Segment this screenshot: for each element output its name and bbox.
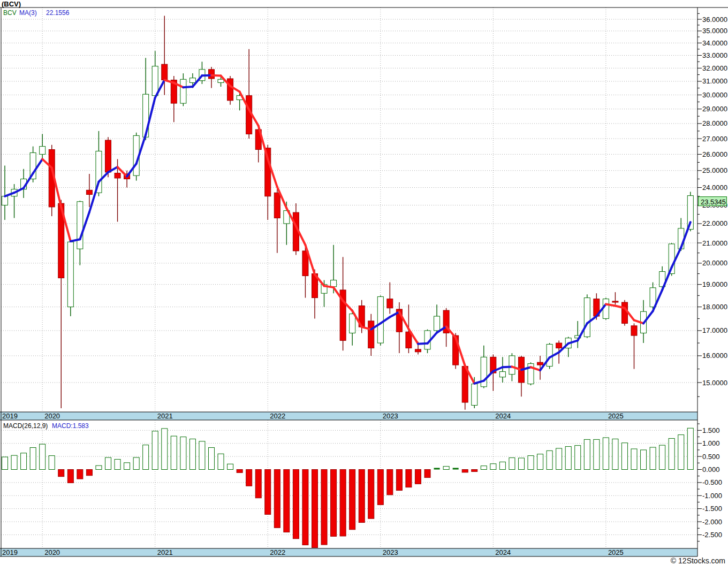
svg-text:24.0000: 24.0000 [702, 184, 727, 192]
svg-text:2019: 2019 [2, 548, 18, 556]
legend-ma-value: 22.1556 [46, 9, 69, 17]
svg-text:2020: 2020 [44, 548, 60, 556]
macd-histogram [2, 428, 694, 547]
svg-text:16.0000: 16.0000 [702, 352, 727, 360]
macd-indicator-label: MACD(26,12,9) [3, 422, 48, 430]
svg-text:-0.500: -0.500 [702, 478, 722, 486]
moving-average-line [5, 75, 691, 384]
svg-text:-2.500: -2.500 [702, 531, 722, 539]
svg-text:2022: 2022 [270, 412, 285, 420]
svg-text:2021: 2021 [157, 548, 173, 556]
svg-text:25.0000: 25.0000 [702, 166, 727, 174]
svg-text:-2.000: -2.000 [702, 518, 722, 526]
last-price-box: 23.5345 [699, 197, 727, 206]
svg-text:2020: 2020 [44, 412, 60, 420]
svg-text:35.0000: 35.0000 [702, 27, 727, 35]
candlestick-series [2, 16, 694, 410]
svg-text:19.0000: 19.0000 [702, 280, 727, 288]
svg-text:2024: 2024 [495, 548, 511, 556]
svg-text:2024: 2024 [495, 412, 511, 420]
svg-text:2023: 2023 [383, 412, 398, 420]
svg-text:2022: 2022 [270, 548, 285, 556]
svg-text:2019: 2019 [2, 412, 18, 420]
svg-text:17.0000: 17.0000 [702, 326, 727, 334]
svg-text:26.0000: 26.0000 [702, 150, 727, 158]
svg-text:2025: 2025 [608, 412, 624, 420]
legend-symbol: BCV [3, 9, 17, 17]
svg-text:20.0000: 20.0000 [702, 259, 727, 267]
copyright-watermark: © 12Stocks.com [671, 556, 725, 565]
svg-text:1.500: 1.500 [702, 426, 720, 434]
svg-text:18.0000: 18.0000 [702, 303, 727, 311]
svg-text:15.0000: 15.0000 [702, 379, 727, 387]
legend-ma-label: MA(3) [19, 9, 37, 17]
svg-text:32.0000: 32.0000 [702, 64, 727, 72]
svg-text:29.0000: 29.0000 [702, 105, 727, 113]
page-title: (BCV) [2, 0, 21, 8]
svg-text:0.000: 0.000 [702, 465, 720, 474]
svg-text:34.0000: 34.0000 [702, 39, 727, 47]
svg-text:27.0000: 27.0000 [702, 135, 727, 143]
svg-text:30.0000: 30.0000 [702, 91, 727, 99]
svg-text:31.0000: 31.0000 [702, 77, 727, 85]
svg-text:2021: 2021 [157, 412, 173, 420]
macd-axis: 1.5001.0000.5000.000-0.500-1.000-1.500-2… [697, 424, 722, 541]
svg-text:28.0000: 28.0000 [702, 119, 727, 127]
svg-text:33.0000: 33.0000 [702, 51, 727, 59]
svg-text:-1.500: -1.500 [702, 505, 722, 513]
svg-text:36.0000: 36.0000 [702, 16, 727, 24]
macd-indicator-value: MACD:1.583 [52, 422, 89, 430]
svg-text:22.0000: 22.0000 [702, 219, 727, 227]
svg-text:21.0000: 21.0000 [702, 239, 727, 247]
svg-text:-1.000: -1.000 [702, 492, 722, 500]
svg-text:2025: 2025 [608, 548, 624, 556]
x-axis-year-bands: 2019202020212022202320242025201920202021… [0, 412, 697, 556]
svg-text:0.500: 0.500 [702, 453, 720, 461]
chart-canvas: 2019202020212022202320242025201920202021… [0, 0, 728, 565]
svg-text:1.000: 1.000 [702, 439, 720, 447]
svg-text:23.5345: 23.5345 [701, 198, 726, 206]
svg-text:2023: 2023 [383, 548, 398, 556]
